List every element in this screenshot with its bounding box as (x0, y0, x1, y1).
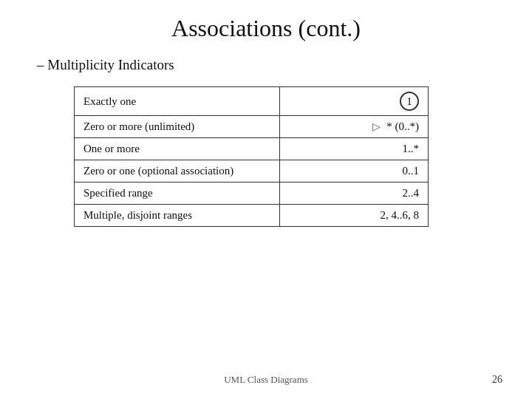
table-row: Specified range2..4 (75, 183, 429, 205)
row-notation: 2, 4..6, 8 (279, 205, 428, 227)
row-notation: 1..* (279, 138, 428, 160)
row-label: Zero or more (unlimited) (75, 116, 280, 138)
page-title: Associations (cont.) (30, 15, 502, 42)
table-row: One or more1..* (75, 138, 429, 160)
row-label: Zero or one (optional association) (75, 160, 280, 183)
row-label: One or more (75, 138, 280, 160)
table-row: Exactly one1 (75, 87, 429, 116)
row-label: Exactly one (75, 87, 280, 116)
footer: UML Class Diagrams (0, 374, 532, 386)
row-label: Multiple, disjoint ranges (75, 205, 280, 227)
footer-label: UML Class Diagrams (224, 374, 308, 386)
circle-notation: 1 (400, 92, 419, 111)
notation-text: * (0..*) (386, 120, 419, 133)
page: Associations (cont.) – Multiplicity Indi… (0, 0, 532, 399)
arrow-icon: ▷ (372, 120, 381, 133)
row-label: Specified range (75, 183, 280, 205)
table-row: Multiple, disjoint ranges2, 4..6, 8 (75, 205, 429, 227)
page-number: 26 (492, 374, 502, 386)
row-notation: ▷* (0..*) (279, 116, 428, 138)
table-row: Zero or one (optional association)0..1 (75, 160, 429, 183)
row-notation: 2..4 (279, 183, 428, 205)
multiplicity-table: Exactly one1Zero or more (unlimited)▷* (… (74, 86, 429, 227)
row-notation: 1 (279, 87, 428, 116)
table-row: Zero or more (unlimited)▷* (0..*) (75, 116, 429, 138)
table-wrapper: Exactly one1Zero or more (unlimited)▷* (… (74, 86, 429, 227)
row-notation: 0..1 (279, 160, 428, 183)
subtitle: – Multiplicity Indicators (30, 57, 502, 73)
